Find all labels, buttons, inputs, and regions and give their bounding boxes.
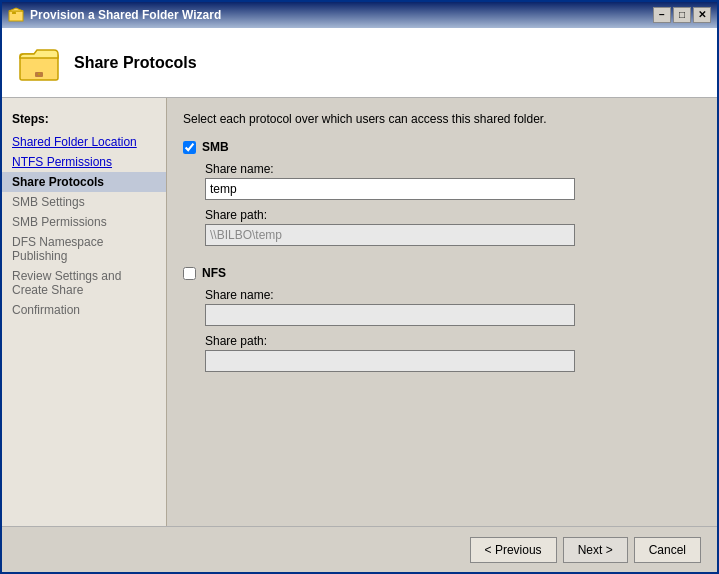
nfs-checkbox-wrapper: NFS [183,266,226,280]
smb-share-name-input[interactable] [205,178,575,200]
sidebar-item-review-settings: Review Settings and Create Share [2,266,166,300]
nfs-share-name-input [205,304,575,326]
nfs-share-name-group: Share name: [205,288,701,326]
smb-share-path-label: Share path: [205,208,701,222]
smb-checkbox[interactable] [183,141,196,154]
wizard-icon [8,7,24,23]
sidebar-item-dfs-namespace-publishing: DFS Namespace Publishing [2,232,166,266]
title-bar-buttons: − □ ✕ [653,7,711,23]
title-bar: Provision a Shared Folder Wizard − □ ✕ [2,2,717,28]
sidebar: Steps: Shared Folder Location NTFS Permi… [2,98,167,526]
smb-share-path-input [205,224,575,246]
next-button[interactable]: Next > [563,537,628,563]
nfs-share-name-label: Share name: [205,288,701,302]
sidebar-item-shared-folder-location[interactable]: Shared Folder Location [2,132,166,152]
header-area: Share Protocols [2,28,717,98]
sidebar-item-ntfs-permissions[interactable]: NTFS Permissions [2,152,166,172]
sidebar-heading: Steps: [2,108,166,132]
smb-share-path-group: Share path: [205,208,701,246]
sidebar-item-smb-permissions: SMB Permissions [2,212,166,232]
previous-button[interactable]: < Previous [470,537,557,563]
main-content: Steps: Shared Folder Location NTFS Permi… [2,98,717,526]
smb-checkbox-wrapper: SMB [183,140,229,154]
footer: < Previous Next > Cancel [2,526,717,572]
sidebar-item-share-protocols: Share Protocols [2,172,166,192]
smb-protocol-header: SMB [183,140,701,154]
nfs-share-path-label: Share path: [205,334,701,348]
sidebar-item-smb-settings: SMB Settings [2,192,166,212]
nfs-protocol-header: NFS [183,266,701,280]
nfs-protocol-section: NFS Share name: Share path: [183,266,701,380]
smb-share-name-group: Share name: [205,162,701,200]
folder-icon [18,42,60,84]
nfs-share-path-group: Share path: [205,334,701,372]
sidebar-item-confirmation: Confirmation [2,300,166,320]
wizard-window: Provision a Shared Folder Wizard − □ ✕ S… [0,0,719,574]
nfs-label: NFS [202,266,226,280]
close-button[interactable]: ✕ [693,7,711,23]
svg-rect-2 [12,12,16,14]
smb-label: SMB [202,140,229,154]
window-title: Provision a Shared Folder Wizard [30,8,221,22]
nfs-share-path-input [205,350,575,372]
smb-protocol-section: SMB Share name: Share path: [183,140,701,254]
description-text: Select each protocol over which users ca… [183,112,701,126]
cancel-button[interactable]: Cancel [634,537,701,563]
svg-marker-1 [9,8,23,11]
nfs-checkbox[interactable] [183,267,196,280]
minimize-button[interactable]: − [653,7,671,23]
header-title: Share Protocols [74,54,197,72]
title-bar-left: Provision a Shared Folder Wizard [8,7,221,23]
smb-share-name-label: Share name: [205,162,701,176]
svg-point-6 [38,73,40,75]
maximize-button[interactable]: □ [673,7,691,23]
right-panel: Select each protocol over which users ca… [167,98,717,526]
